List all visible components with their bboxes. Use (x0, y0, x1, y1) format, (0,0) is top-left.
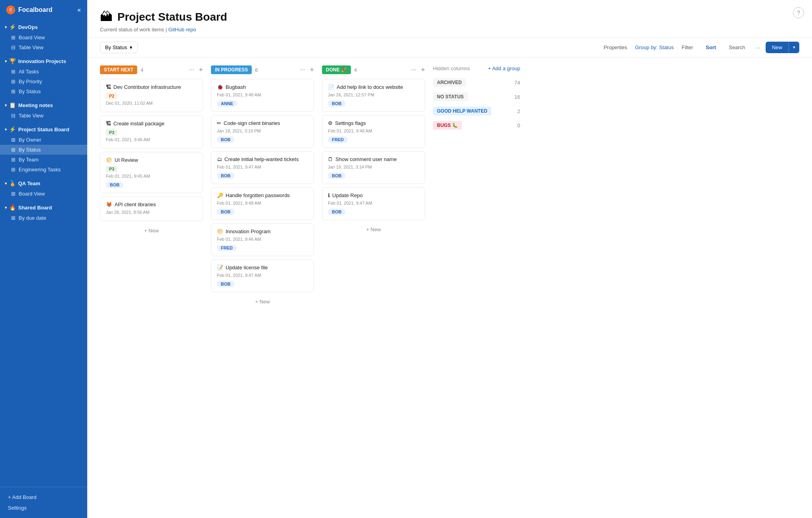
collapse-button[interactable]: « (77, 6, 81, 13)
group-by-value[interactable]: Status (659, 44, 674, 50)
card-title: 🔑Handle forgotten passwords (217, 192, 308, 198)
sidebar-item-by-priority[interactable]: ⊞ By Priority (0, 77, 87, 86)
sidebar-item-by-status[interactable]: ⊞ By Status (0, 86, 87, 96)
hidden-col-label: GOOD HELP WANTED (433, 107, 491, 115)
card-badge: P2 (106, 93, 117, 99)
table-row[interactable]: ℹUpdate RepoFeb 01, 2021, 9:47 AMBOB (322, 187, 425, 220)
card-meta: Feb 01, 2021, 9:47 AM (217, 273, 308, 278)
column-more-start-next[interactable]: ··· (189, 66, 194, 73)
board-subtitle: Current status of work items | GitHub re… (100, 27, 799, 33)
view-selector-label: By Status (105, 44, 127, 50)
sidebar-group-meeting[interactable]: ▾ 📋 Meeting notes (0, 100, 87, 111)
table-row[interactable]: 🌕UI ReviewP3Feb 01, 2021, 9:45 AMBOB (100, 152, 203, 193)
new-button[interactable]: New (766, 42, 789, 53)
column-more-done[interactable]: ··· (411, 66, 416, 73)
card-title: ⚙Settings flags (328, 120, 419, 126)
shared-emoji: 🔥 (9, 204, 16, 211)
card-badge: P3 (106, 166, 117, 172)
board-content: START NEXT4···+🏗Dev Contributor infrastr… (87, 58, 812, 518)
hidden-col-item-bugs[interactable]: BUGS 🐛0 (433, 119, 520, 132)
table-row[interactable]: ✏Code-sign client binariesJan 18, 2021, … (211, 115, 314, 148)
sidebar-item-by-status-project[interactable]: ⊞ By Status (0, 145, 87, 155)
add-group-button[interactable]: + Add a group (488, 65, 520, 71)
table-row[interactable]: 🦊API client librariesJan 26, 2021, 8:56 … (100, 196, 203, 221)
hidden-columns-panel: Hidden columns+ Add a groupARCHIVED74NO … (433, 65, 520, 510)
sidebar-group-project-status[interactable]: ▾ ⚡ Project Status Board (0, 124, 87, 135)
sidebar-header: 🎯 Focalboard « (0, 0, 87, 20)
sidebar-group-label: Project Status Board (18, 127, 69, 132)
sidebar-item-label: Engineering Tasks (19, 167, 61, 173)
column-add-btn-in-progress[interactable]: + (310, 66, 314, 74)
add-new-card-done[interactable]: + New (322, 223, 425, 236)
column-add-btn-start-next[interactable]: + (199, 66, 203, 74)
new-button-dropdown[interactable]: ▾ (789, 42, 799, 53)
card-assignee: BOB (328, 100, 345, 107)
more-options-button[interactable]: ··· (753, 43, 762, 52)
table-row[interactable]: 🗒Show comment user nameJan 19, 2021, 3:1… (322, 151, 425, 184)
hidden-col-item-archived[interactable]: ARCHIVED74 (433, 76, 520, 89)
card-title: 📝Update license file (217, 265, 308, 271)
card-meta: Feb 01, 2021, 9:46 AM (217, 237, 308, 242)
column-more-in-progress[interactable]: ··· (300, 66, 305, 73)
card-badge: P3 (106, 129, 117, 136)
column-header-start-next: START NEXT4···+ (100, 65, 203, 74)
board-emoji: 🏔 (100, 10, 113, 24)
table-row[interactable]: 📄Add help link to docs websiteJan 26, 20… (322, 79, 425, 112)
chevron-down-icon: ▾ (5, 25, 7, 29)
view-selector[interactable]: By Status ▾ (100, 42, 138, 53)
sidebar-item-table-view[interactable]: ⊟ Table View (0, 42, 87, 52)
filter-button[interactable]: Filter (677, 42, 698, 53)
sidebar-item-label: By due date (19, 215, 46, 221)
add-new-card-in-progress[interactable]: + New (211, 295, 314, 308)
sidebar-item-label: By Owner (19, 137, 41, 143)
sidebar-group-devops[interactable]: ▾ ⚡ DevOps (0, 21, 87, 33)
settings-button[interactable]: Settings (5, 503, 82, 513)
help-button[interactable]: ? (793, 7, 804, 18)
sidebar-group-innovation[interactable]: ▾ 🏆 Innovation Projects (0, 56, 87, 67)
table-row[interactable]: 🏗Create install packageP3Feb 01, 2021, 9… (100, 115, 203, 149)
table-row[interactable]: 🔑Handle forgotten passwordsFeb 01, 2021,… (211, 187, 314, 220)
table-row[interactable]: 🐞BugbashFeb 01, 2021, 9:48 AMANNE (211, 79, 314, 112)
sidebar-item-table-view-meeting[interactable]: ⊟ Table View (0, 111, 87, 121)
table-row[interactable]: 🌕Innovation ProgramFeb 01, 2021, 9:46 AM… (211, 223, 314, 256)
sidebar-section-innovation: ▾ 🏆 Innovation Projects ⊞ All Tasks ⊞ By… (0, 54, 87, 98)
main-content: 🏔 Project Status Board Current status of… (87, 0, 812, 518)
sidebar-group-shared[interactable]: ▾ 🔥 Shared Board (0, 202, 87, 213)
table-row[interactable]: ⚙Settings flagsFeb 01, 2021, 9:48 AMFRED (322, 115, 425, 148)
add-new-card-start-next[interactable]: + New (100, 224, 203, 237)
github-repo-link[interactable]: GitHub repo (168, 27, 196, 33)
logo-area[interactable]: 🎯 Focalboard (6, 6, 52, 14)
search-button[interactable]: Search (724, 42, 750, 53)
sidebar-item-all-tasks[interactable]: ⊞ All Tasks (0, 67, 87, 77)
table-row[interactable]: 🏗Dev Contributor infrastructureP2Dec 01,… (100, 79, 203, 112)
add-board-button[interactable]: + Add Board (5, 492, 82, 503)
board-header: 🏔 Project Status Board Current status of… (87, 0, 812, 38)
sort-button[interactable]: Sort (701, 42, 721, 53)
hidden-col-label: BUGS 🐛 (433, 121, 462, 130)
sidebar-item-qa-board[interactable]: ⊞ Board View (0, 189, 87, 199)
sidebar-group-qa[interactable]: ▾ 🏅 QA Team (0, 178, 87, 189)
hidden-col-item-good-help[interactable]: GOOD HELP WANTED2 (433, 105, 520, 117)
table-row[interactable]: 🗂Create initial help-wanted ticketsFeb 0… (211, 151, 314, 184)
card-meta: Feb 01, 2021, 9:47 AM (217, 165, 308, 169)
hidden-col-count: 0 (517, 123, 520, 129)
sidebar-item-by-team[interactable]: ⊞ By Team (0, 155, 87, 165)
sidebar-group-label: Innovation Projects (18, 58, 66, 64)
card-emoji: ℹ (328, 192, 330, 198)
hidden-col-item-no-status[interactable]: NO STATUS16 (433, 90, 520, 103)
sidebar-item-by-owner[interactable]: ⊞ By Owner (0, 135, 87, 145)
column-add-btn-done[interactable]: + (421, 66, 425, 74)
chevron-down-icon: ▾ (5, 103, 7, 107)
table-row[interactable]: 📝Update license fileFeb 01, 2021, 9:47 A… (211, 259, 314, 292)
card-meta: Jan 26, 2021, 12:57 PM (328, 92, 419, 97)
sidebar-item-engineering-tasks[interactable]: ⊞ Engineering Tasks (0, 165, 87, 175)
chevron-down-icon: ▾ (5, 181, 7, 186)
sidebar-item-board-view[interactable]: ⊞ Board View (0, 33, 87, 42)
grid-icon: ⊞ (11, 157, 15, 163)
sidebar: 🎯 Focalboard « ▾ ⚡ DevOps ⊞ Board View ⊟… (0, 0, 87, 518)
card-meta: Jan 26, 2021, 8:56 AM (106, 210, 197, 215)
chevron-down-icon: ▾ (5, 127, 7, 132)
properties-button[interactable]: Properties (599, 42, 632, 53)
sidebar-item-by-due-date[interactable]: ⊞ By due date (0, 213, 87, 223)
card-meta: Feb 01, 2021, 9:48 AM (217, 201, 308, 205)
